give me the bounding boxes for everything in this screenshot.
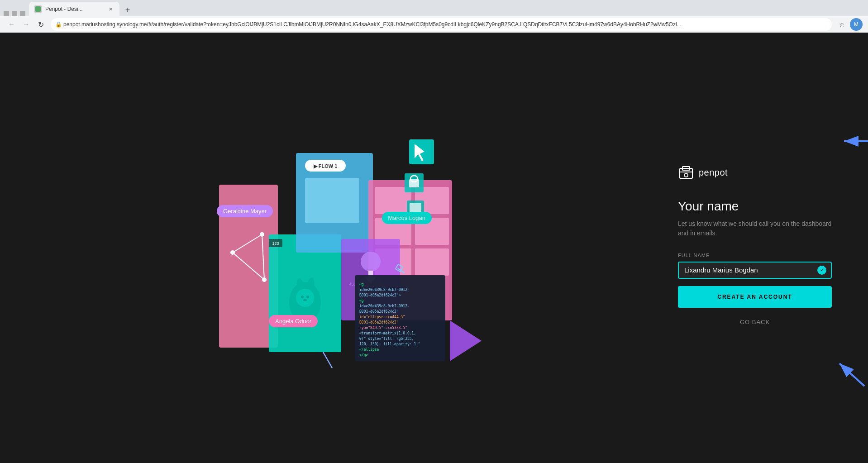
illustration-area: 123 456 ▶ FLOW 1 bbox=[0, 33, 642, 463]
tab-favicon bbox=[34, 5, 42, 13]
svg-point-7 bbox=[262, 277, 267, 282]
svg-text:id=e20e439c8-0cb7-0012-: id=e20e439c8-0cb7-0012- bbox=[359, 304, 410, 308]
svg-rect-30 bbox=[415, 248, 449, 276]
clear-input-icon[interactable]: ✓ bbox=[817, 266, 826, 275]
svg-point-39 bbox=[361, 252, 381, 272]
full-name-input[interactable] bbox=[684, 266, 825, 274]
tab-close-btn[interactable]: ✕ bbox=[107, 5, 114, 13]
logo-text: penpot bbox=[699, 167, 728, 178]
create-account-button[interactable]: CREATE AN ACCOUNT bbox=[678, 286, 832, 308]
svg-point-65 bbox=[684, 173, 688, 177]
lock-icon: 🔒 bbox=[55, 21, 62, 28]
profile-btn[interactable]: M bbox=[850, 18, 863, 31]
svg-point-12 bbox=[296, 289, 314, 307]
annotation-1: 1 bbox=[837, 123, 868, 159]
annotation-2: 2 bbox=[833, 354, 868, 391]
svg-point-6 bbox=[260, 232, 264, 237]
close-btn[interactable] bbox=[20, 11, 25, 16]
form-subtitle: Let us know what we should call you on t… bbox=[678, 219, 832, 238]
svg-text:B001-d05a2df624c3": B001-d05a2df624c3" bbox=[359, 320, 399, 325]
svg-point-13 bbox=[301, 296, 304, 298]
form-title: Your name bbox=[678, 199, 832, 214]
svg-point-5 bbox=[230, 250, 235, 255]
svg-text:<g: <g bbox=[359, 282, 364, 286]
svg-rect-23 bbox=[305, 178, 359, 223]
svg-text:rya="849.5" cx=5333.5": rya="849.5" cx=5333.5" bbox=[359, 326, 407, 330]
browser-tab[interactable]: Penpot - Desi... ✕ bbox=[29, 2, 119, 16]
address-bar[interactable] bbox=[51, 18, 832, 31]
svg-point-15 bbox=[303, 299, 307, 301]
svg-marker-57 bbox=[450, 320, 482, 361]
svg-text:120, 150); fill-opacity: 1;": 120, 150); fill-opacity: 1;" bbox=[359, 342, 420, 346]
svg-rect-0 bbox=[35, 6, 41, 12]
svg-text:B001-d05a2df624c3">: B001-d05a2df624c3"> bbox=[359, 293, 401, 297]
minimize-btn[interactable] bbox=[4, 11, 9, 16]
forward-button[interactable]: → bbox=[20, 18, 33, 31]
svg-text:<g: <g bbox=[359, 299, 364, 303]
penpot-logo: penpot bbox=[678, 165, 832, 181]
full-name-label: FULL NAME bbox=[678, 253, 832, 258]
illustration-svg: 123 456 ▶ FLOW 1 bbox=[192, 108, 486, 388]
svg-text:123: 123 bbox=[272, 241, 279, 246]
penpot-illustration: 123 456 ▶ FLOW 1 bbox=[192, 108, 486, 388]
bookmark-btn[interactable]: ☆ bbox=[835, 18, 848, 31]
user-label-marcus: Marcus Logan bbox=[382, 212, 432, 224]
omnibox-row: ← → ↻ 🔒 ☆ M bbox=[0, 16, 868, 33]
svg-text:id=e20e439c8-0cb7-0012-: id=e20e439c8-0cb7-0012- bbox=[359, 288, 410, 292]
form-panel: penpot Your name Let us know what we sho… bbox=[642, 33, 868, 463]
svg-rect-37 bbox=[410, 203, 421, 212]
full-name-group: FULL NAME ✓ bbox=[678, 253, 832, 279]
svg-text:▶ FLOW 1: ▶ FLOW 1 bbox=[314, 163, 338, 169]
browser-chrome: Penpot - Desi... ✕ + ← → ↻ 🔒 ☆ M bbox=[0, 0, 868, 33]
full-name-input-wrapper: ✓ bbox=[678, 262, 832, 279]
logo-icon-svg bbox=[678, 165, 694, 181]
svg-text:B001-d05a2df624c3": B001-d05a2df624c3" bbox=[359, 310, 399, 314]
user-label-geraldine: Geraldine Mayer bbox=[217, 205, 273, 217]
maximize-btn[interactable] bbox=[12, 11, 17, 16]
nav-buttons: ← → ↻ bbox=[5, 18, 47, 31]
arrow-1-svg bbox=[837, 130, 868, 153]
svg-point-14 bbox=[306, 296, 309, 298]
back-button[interactable]: ← bbox=[5, 18, 18, 31]
tab-title: Penpot - Desi... bbox=[45, 6, 83, 12]
new-tab-btn[interactable]: + bbox=[121, 4, 134, 16]
reload-button[interactable]: ↻ bbox=[34, 18, 47, 31]
go-back-button[interactable]: GO BACK bbox=[678, 313, 832, 331]
svg-line-58 bbox=[323, 352, 332, 368]
tab-bar: Penpot - Desi... ✕ + bbox=[0, 0, 868, 16]
svg-marker-59 bbox=[330, 366, 334, 370]
browser-actions: ☆ M bbox=[835, 18, 863, 31]
user-label-angela: Angela Oduor bbox=[269, 315, 318, 327]
svg-text:<transform=matrix(1.0,0.1,: <transform=matrix(1.0,0.1, bbox=[359, 331, 416, 335]
main-content: 123 456 ▶ FLOW 1 bbox=[0, 33, 868, 463]
arrow-2-svg bbox=[833, 354, 868, 391]
svg-text:</g>: </g> bbox=[359, 353, 368, 357]
svg-text:0)" style="fill: rgb(255,: 0)" style="fill: rgb(255, bbox=[359, 337, 414, 341]
svg-text:</ellipse: </ellipse bbox=[359, 348, 379, 352]
svg-text:id="ellipse cx=444.5": id="ellipse cx=444.5" bbox=[359, 315, 405, 319]
